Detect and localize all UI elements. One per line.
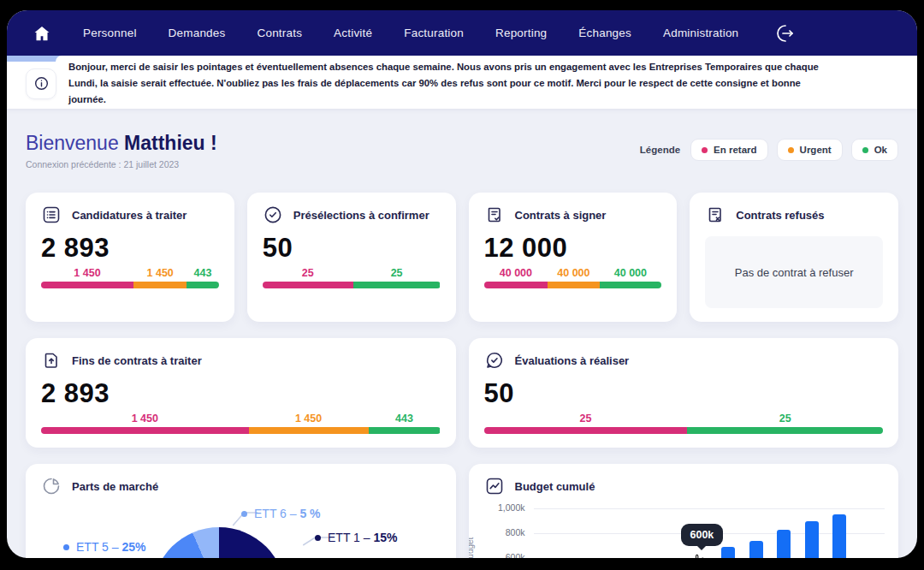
chart-title: Parts de marché [72,480,158,493]
card-value: 2 893 [41,378,441,409]
meter-segment-label: 1 450 [249,413,369,425]
meter-segment-label: 443 [187,267,218,279]
tooltip-600k: 600k [681,524,724,546]
y-axis-tick: 800k [476,527,525,537]
last-connection: Connexion précédente : 21 juillet 2023 [26,159,217,169]
card-contrats-signer[interactable]: Contrats à signer 12 000 40 00040 00040 … [469,193,678,322]
nav-item-administration[interactable]: Administration [663,27,738,39]
meter-segment [687,427,883,434]
budget-bar[interactable] [721,547,735,558]
series-dot [315,535,321,541]
meter-segment [41,427,249,434]
gridline [534,508,886,509]
nav-item-reporting[interactable]: Reporting [495,27,547,39]
series-dot [63,544,69,550]
budget-bar[interactable] [777,530,791,558]
card-title: Évaluations à réaliser [515,354,630,367]
status-dot [862,147,868,153]
card-parts-de-marche[interactable]: Parts de marché ETT 5 – 25% ETT 6 – 5 % [26,464,456,558]
document-arrow-up-icon [41,350,62,371]
meter-segment-label: 443 [369,413,441,425]
nav-item-echanges[interactable]: Échanges [578,27,631,39]
meter-segment-label: 1 450 [41,413,249,425]
pie-chart-icon [41,476,62,496]
budget-bar[interactable] [805,521,819,559]
card-value: 2 893 [41,233,219,264]
meter-segment [187,282,218,288]
legend-pill-ok[interactable]: Ok [851,139,898,161]
series-dot [241,511,247,517]
y-axis-label: Budget [469,537,475,558]
card-preselections[interactable]: Présélections à confirmer 50 2525 [247,193,456,322]
active-tab-indicator [7,56,917,62]
meter-segment [369,427,441,434]
nav-item-facturation[interactable]: Facturation [404,27,464,39]
card-value: 50 [484,378,884,409]
meter-segment-label: 1 450 [41,267,133,279]
page-title: Bienvenue Matthieu ! [26,132,217,155]
budget-bar[interactable] [832,514,846,558]
legend-pill-en-retard[interactable]: En retard [690,139,768,161]
info-banner: Bonjour, merci de saisir les pointages e… [7,62,917,109]
card-budget-cumule[interactable]: Budget cumulé Budget 600k 150k 1,000k800… [469,464,899,558]
card-contrats-refuses[interactable]: Contrats refusés Pas de contrat à refuse… [690,193,898,322]
card-title: Contrats refusés [736,209,824,222]
nav-item-personnel[interactable]: Personnel [83,27,137,39]
app-window: PersonnelDemandesContratsActivitéFactura… [7,10,917,558]
meter-segment [600,282,662,288]
legend-pill-label: En retard [714,145,757,155]
welcome-block: Bienvenue Matthieu ! Connexion précédent… [26,132,217,169]
status-meter: 1 4501 450443 [41,413,441,434]
meter-segment-label: 1 450 [133,267,187,279]
meter-segment [133,282,187,288]
nav-item-contrats[interactable]: Contrats [257,27,302,39]
check-circle-icon [263,205,283,225]
market-share-donut[interactable] [152,527,286,558]
top-navbar: PersonnelDemandesContratsActivitéFactura… [7,10,917,56]
cursor-pointer-icon [692,554,706,558]
legend-pill-label: Urgent [800,145,832,155]
info-icon-box [26,68,56,99]
card-candidatures[interactable]: Candidatures à traiter 2 893 1 4501 4504… [26,193,234,322]
legend-pill-label: Ok [874,145,887,155]
chart-title: Budget cumulé [515,480,595,493]
meter-segment [249,427,369,434]
meter-segment-label: 40 000 [600,267,662,279]
budget-bar[interactable] [749,541,763,558]
meter-segment [263,282,353,288]
meter-segment-label: 25 [484,413,688,425]
legend-pill-urgent[interactable]: Urgent [777,139,843,161]
logout-button[interactable] [775,23,796,44]
donut-label-ett5: ETT 5 – 25% [63,540,145,554]
card-value: 12 000 [484,233,662,264]
logout-icon [775,23,796,44]
meter-segment [41,282,133,288]
nav-item-activite[interactable]: Activité [334,27,372,39]
nav-items: PersonnelDemandesContratsActivitéFactura… [83,27,738,39]
legend-label: Légende [640,145,680,155]
chat-check-icon [484,350,505,371]
status-meter: 1 4501 450443 [41,267,219,288]
status-meter: 2525 [263,267,441,288]
home-button[interactable] [33,24,51,43]
status-dot [788,147,794,153]
card-evaluations[interactable]: Évaluations à réaliser 50 2525 [469,338,899,448]
y-axis-tick: 1,000k [476,502,525,513]
list-box-icon [41,205,62,225]
card-fins-contrats[interactable]: Fins de contrats à traiter 2 893 1 4501 … [26,338,456,448]
empty-state-message: Pas de contrat à refuser [705,236,883,308]
trend-chart-icon [484,476,505,496]
nav-item-demandes[interactable]: Demandes [169,27,226,39]
donut-label-ett6: ETT 6 – 5 % [241,507,321,520]
status-meter: 2525 [484,413,884,434]
card-title: Candidatures à traiter [72,209,187,222]
document-check-icon [484,205,505,225]
card-title: Fins de contrats à traiter [72,354,202,367]
meter-segment-label: 25 [353,267,441,279]
info-icon [33,75,50,92]
meter-segment-label: 40 000 [484,267,548,279]
banner-message: Bonjour, merci de saisir les pointages e… [68,59,823,109]
document-x-icon [705,205,726,225]
status-meter: 40 00040 00040 000 [484,267,662,288]
status-dot [702,147,708,153]
